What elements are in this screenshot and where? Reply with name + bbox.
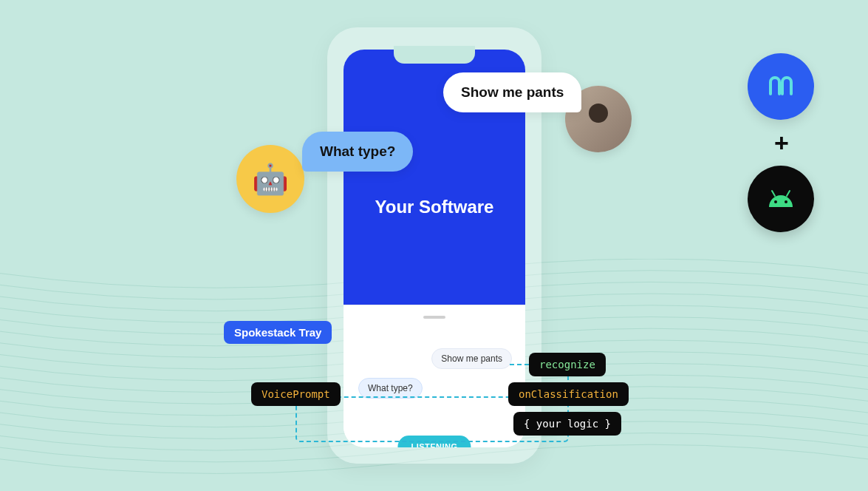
android-logo-badge [748,166,814,232]
robot-icon: 🤖 [252,162,289,197]
speech-bubble-bot: What type? [302,132,413,172]
svg-line-2 [772,191,775,196]
connector-recognize [510,364,529,365]
android-icon [766,189,796,209]
tag-voice-prompt: VoicePrompt [251,382,341,406]
app-title: Your Software [375,197,494,217]
tag-recognize: recognize [529,353,606,376]
tray-message-bot: What type? [358,378,423,399]
svg-point-1 [785,200,787,203]
svg-line-3 [787,191,790,196]
spokestack-icon [766,72,796,101]
tray-message-user: Show me pants [431,348,512,369]
tray-handle[interactable] [423,316,445,319]
spokestack-logo-badge [748,53,814,120]
logo-stack: + [748,53,816,232]
phone-notch [394,46,475,64]
tag-on-classification: onClassification [508,382,629,406]
svg-point-0 [774,200,777,203]
tray-label: Spokestack Tray [224,321,332,344]
tag-your-logic: { your logic } [513,412,621,436]
speech-bubble-user: Show me pants [443,72,581,112]
plus-icon: + [748,130,816,155]
avatar-bot: 🤖 [236,145,304,213]
